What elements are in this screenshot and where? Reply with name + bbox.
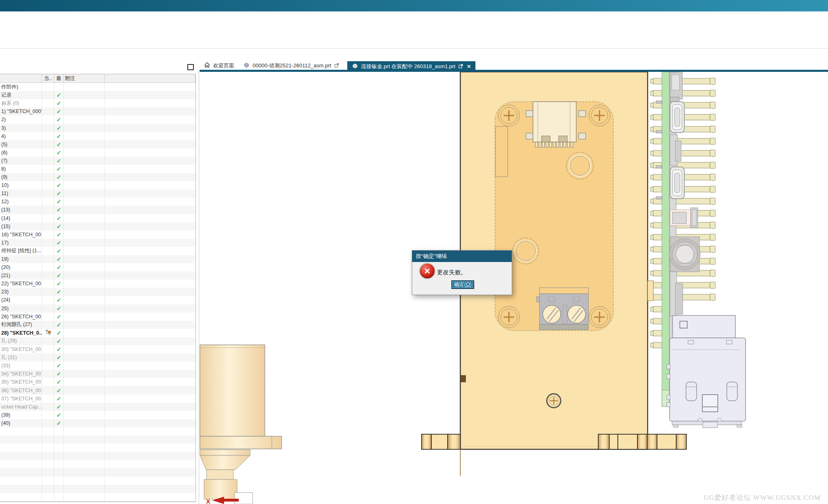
close-tab-icon[interactable]: ✕ [467, 64, 471, 69]
panel-splitter[interactable] [199, 72, 199, 504]
feature-row[interactable]: 37) "SKETCH_00...✓ [0, 395, 195, 403]
latest-status-cell: ✓ [54, 419, 64, 427]
feature-row[interactable]: 记录✓ [0, 91, 195, 99]
note-cell [64, 403, 105, 411]
feature-row[interactable]: 作部件) [0, 83, 195, 91]
feature-row[interactable]: (21)✓ [0, 271, 195, 280]
extra-cell [105, 452, 195, 460]
latest-status-cell: ✓ [54, 124, 64, 132]
latest-status-cell: ✓ [54, 411, 64, 419]
check-icon: ✓ [56, 289, 61, 295]
feature-row[interactable]: 30) "SKETCH_00...✓ [0, 345, 195, 353]
feature-row[interactable]: (9)✓ [0, 173, 195, 181]
feature-label [0, 444, 42, 452]
extra-cell [105, 313, 195, 321]
extra-cell [105, 321, 195, 329]
feature-row[interactable]: 1) "SKETCH_000"✓ [0, 107, 195, 115]
feature-row[interactable]: (13)✓ [0, 206, 195, 214]
current-status-cell [42, 280, 54, 288]
note-cell [64, 304, 105, 313]
ok-button[interactable]: 确定(O) [451, 280, 474, 289]
feature-row[interactable]: 25)✓ [0, 304, 195, 313]
extra-cell [105, 353, 195, 362]
feature-row[interactable]: 孔 (29)✓ [0, 337, 195, 345]
feature-row[interactable]: (14)✓ [0, 214, 195, 222]
extra-cell [105, 337, 195, 345]
note-cell [64, 83, 105, 91]
feature-row[interactable]: 何特征 [线性] (1...✓ [0, 247, 195, 255]
hdmi-connector-2 [670, 167, 684, 199]
feature-row[interactable]: (7)✓ [0, 157, 195, 165]
note-cell [64, 157, 105, 165]
latest-status-cell: ✓ [54, 313, 64, 321]
open-in-window-icon[interactable] [458, 64, 463, 69]
note-cell [64, 91, 105, 99]
current-status-cell [42, 124, 54, 132]
note-cell [64, 419, 105, 427]
feature-row[interactable]: 12)✓ [0, 198, 195, 206]
feature-row[interactable]: 23)✓ [0, 288, 195, 296]
feature-row[interactable]: 28) "SKETCH_0...✓ [0, 329, 195, 337]
current-status-cell [42, 157, 54, 165]
feature-row[interactable]: 钉间隙孔 (27)✓ [0, 321, 195, 329]
check-icon: ✓ [56, 297, 61, 303]
feature-table-header[interactable]: 当.. 最 附注 [0, 74, 195, 83]
feature-row[interactable]: (40)✓ [0, 419, 195, 427]
feature-row[interactable]: 19)✓ [0, 255, 195, 263]
feature-row[interactable]: 标系 (0)✓ [0, 99, 195, 107]
check-icon: ✓ [56, 248, 61, 254]
dialog-title[interactable]: 按“确定”继续 [412, 251, 512, 262]
standoff-spacer-part[interactable] [200, 345, 282, 499]
hdmi-connector-1 [670, 102, 684, 133]
feature-row[interactable]: 36) "SKETCH_00...✓ [0, 386, 195, 394]
feature-row[interactable]: 10)✓ [0, 181, 195, 189]
feature-row[interactable]: 3)✓ [0, 124, 195, 132]
feature-row[interactable]: (39)✓ [0, 411, 195, 419]
column-latest[interactable]: 最 [54, 74, 64, 82]
feature-label [0, 485, 42, 493]
feature-row[interactable]: (24)✓ [0, 296, 195, 304]
note-cell [64, 337, 105, 345]
feature-label [0, 427, 42, 435]
feature-row[interactable]: (6)✓ [0, 149, 195, 157]
check-icon: ✓ [56, 379, 61, 385]
check-icon: ✓ [56, 182, 61, 188]
feature-row[interactable]: 11)✓ [0, 189, 195, 198]
feature-row[interactable]: 17)✓ [0, 239, 195, 247]
feature-row[interactable]: (33)✓ [0, 362, 195, 370]
note-cell [64, 444, 105, 452]
latest-status-cell: ✓ [54, 329, 64, 337]
note-cell [64, 370, 105, 378]
feature-row[interactable]: 34) "SKETCH_00...✓ [0, 370, 195, 378]
column-note[interactable]: 附注 [64, 74, 105, 82]
feature-row[interactable]: ocket Head Cap...✓ [0, 403, 195, 411]
feature-row[interactable]: 2)✓ [0, 115, 195, 124]
feature-row[interactable]: (20)✓ [0, 263, 195, 271]
feature-row[interactable]: 26) "SKETCH_00...✓ [0, 313, 195, 321]
latest-status-cell: ✓ [54, 91, 64, 99]
feature-row[interactable]: 4)✓ [0, 132, 195, 140]
feature-row[interactable]: (15)✓ [0, 222, 195, 231]
feature-row[interactable]: 22) "SKETCH_00...✓ [0, 280, 195, 288]
check-icon: ✓ [56, 174, 61, 180]
panel-float-icon[interactable] [187, 64, 194, 70]
check-icon: ✓ [56, 264, 61, 270]
graphics-viewport[interactable]: X [200, 72, 828, 504]
feature-table-body: 作部件)记录✓标系 (0)✓1) "SKETCH_000"✓2)✓3)✓4)✓(… [0, 83, 195, 501]
part-navigator-panel: 当.. 最 附注 作部件)记录✓标系 (0)✓1) "SKETCH_000"✓2… [0, 74, 196, 502]
column-name[interactable] [0, 74, 42, 82]
feature-label: 22) "SKETCH_00... [0, 280, 42, 288]
feature-row[interactable]: (5)✓ [0, 140, 195, 149]
open-in-window-icon[interactable] [334, 63, 339, 69]
feature-row[interactable]: 35) "SKETCH_00...✓ [0, 378, 195, 386]
column-current[interactable]: 当.. [42, 74, 54, 82]
feature-row[interactable]: 孔 (31)✓ [0, 353, 195, 362]
feature-row[interactable]: 16) "SKETCH_00...✓ [0, 231, 195, 239]
note-cell [64, 353, 105, 362]
current-status-cell [42, 460, 54, 468]
feature-row[interactable]: 8)✓ [0, 165, 195, 173]
note-cell [64, 115, 105, 124]
tab-welcome[interactable]: 欢迎页面 [200, 61, 239, 70]
latest-status-cell: ✓ [54, 296, 64, 304]
tab-assembly-document[interactable]: 00000-侦测2521-260112_asm.prt [239, 61, 344, 70]
